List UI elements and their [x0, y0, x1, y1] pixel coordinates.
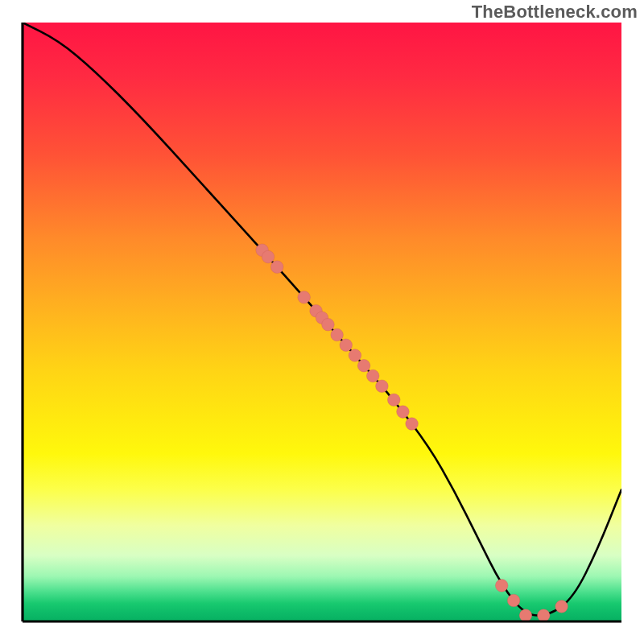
data-marker: [322, 318, 335, 331]
data-marker: [366, 369, 379, 382]
data-marker: [270, 261, 283, 274]
data-marker: [357, 359, 370, 372]
data-marker: [537, 609, 550, 621]
data-marker: [262, 250, 275, 263]
data-marker: [507, 594, 520, 607]
data-marker: [519, 609, 532, 621]
data-marker: [387, 394, 400, 407]
data-marker: [406, 418, 419, 431]
data-marker: [331, 328, 344, 341]
data-marker: [495, 580, 508, 592]
data-marker: [397, 406, 410, 419]
data-marker: [340, 339, 353, 352]
plot-area: [23, 23, 621, 621]
data-marker: [349, 349, 361, 362]
data-marker: [555, 601, 568, 613]
chart-container: TheBottleneck.com: [0, 0, 644, 644]
watermark-label: TheBottleneck.com: [472, 2, 638, 23]
chart-svg: [23, 23, 621, 621]
data-marker: [376, 380, 389, 393]
data-marker: [298, 291, 311, 304]
